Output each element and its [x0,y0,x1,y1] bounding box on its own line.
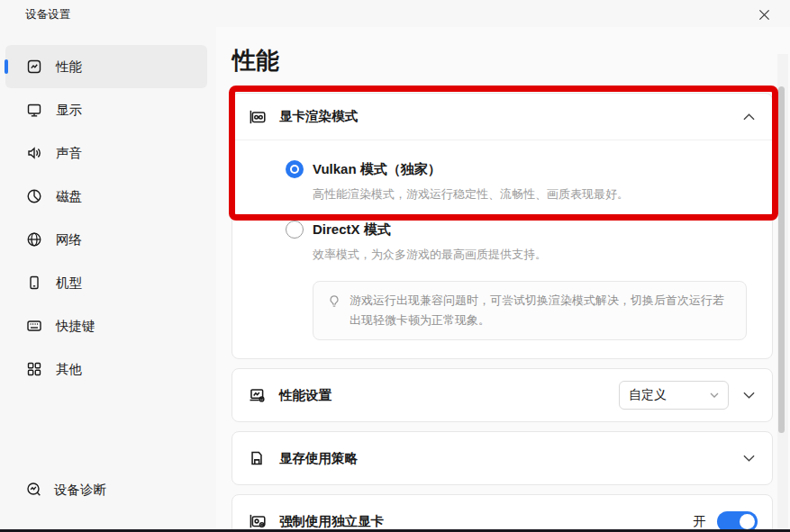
vulkan-radio[interactable] [286,160,304,178]
sidebar-nav: 性能 显示 声音 磁盘 [5,45,207,391]
select-chevron-icon [710,392,719,398]
close-button[interactable] [750,3,777,26]
chevron-down-icon [743,392,755,399]
render-option-directx: DirectX 模式 效率模式，为众多游戏的最高画质提供支持。 [232,221,772,263]
sidebar-item-sound[interactable]: 声音 [5,131,207,175]
directx-radio[interactable] [286,221,304,239]
directx-description: 效率模式，为众多游戏的最高画质提供支持。 [313,247,547,263]
globe-icon [25,230,43,248]
grid-icon [25,360,43,378]
close-icon [758,9,770,21]
directx-label[interactable]: DirectX 模式 [313,221,547,239]
collapse-button[interactable] [740,108,758,126]
window-title: 设备设置 [25,7,70,23]
sidebar-item-performance[interactable]: 性能 [5,45,207,88]
toggle-state-label: 开 [694,513,707,530]
sidebar-item-disk[interactable]: 磁盘 [5,175,207,218]
sidebar: 性能 显示 声音 磁盘 [0,27,216,532]
vulkan-label[interactable]: Vulkan 模式（独家） [313,160,629,178]
sidebar-item-label: 其他 [56,361,82,378]
sidebar-item-label: 显示 [56,102,82,119]
titlebar: 设备设置 [0,0,790,27]
speaker-icon [25,144,43,162]
render-option-vulkan: Vulkan 模式（独家） 高性能渲染模式，游戏运行稳定性、流畅性、画质表现最好… [232,160,772,203]
expand-button[interactable] [740,386,758,404]
section-render-mode: 显卡渲染模式 Vulkan 模式（独家） 高性能渲染模式，游戏运行稳定性、流畅性… [232,93,773,359]
vram-strategy-title: 显存使用策略 [279,450,358,467]
sidebar-item-label: 性能 [56,59,82,76]
compatibility-tip: 游戏运行出现兼容问题时，可尝试切换渲染模式解决，切换后首次运行若出现轻微卡顿为正… [313,281,747,340]
performance-mode-select[interactable]: 自定义 [619,381,729,410]
lightbulb-icon [326,293,342,310]
sidebar-item-label: 网络 [56,231,82,248]
device-icon [25,274,43,292]
sidebar-item-label: 快捷键 [56,318,95,335]
compatibility-tip-text: 游戏运行出现兼容问题时，可尝试切换渲染模式解决，切换后首次运行若出现轻微卡顿为正… [350,291,733,330]
section-performance-settings: 性能设置 自定义 [232,368,773,422]
sidebar-item-model[interactable]: 机型 [5,261,207,304]
render-mode-title: 显卡渲染模式 [279,108,358,125]
laptop-gear-icon [247,385,267,405]
chevron-down-icon [743,455,755,462]
sidebar-item-network[interactable]: 网络 [5,218,207,261]
disk-pie-icon [25,187,43,205]
sidebar-item-label: 磁盘 [56,188,82,205]
chevron-up-icon [743,113,755,121]
sidebar-item-display[interactable]: 显示 [5,88,207,131]
display-icon [25,101,43,119]
performance-settings-title: 性能设置 [279,387,331,404]
diagnostics-icon [25,481,43,499]
vulkan-description: 高性能渲染模式，游戏运行稳定性、流畅性、画质表现最好。 [313,186,629,203]
expand-button[interactable] [740,449,758,467]
section-vram-strategy: 显存使用策略 [232,431,773,485]
sidebar-item-label: 设备诊断 [54,482,106,499]
main-content: 性能 显卡渲染模式 Vulkan 模式（独家） 高性能渲染模式，游戏运行稳定性、… [216,27,790,532]
scrollbar-thumb[interactable] [778,86,785,433]
device-settings-window: 设备设置 性能 显示 声音 [0,0,790,532]
floppy-icon [247,448,267,468]
gpu-gear-icon [247,511,267,531]
keyboard-icon [25,317,43,335]
sidebar-item-label: 机型 [56,275,82,292]
sidebar-item-other[interactable]: 其他 [5,347,207,391]
sidebar-item-diagnostics[interactable]: 设备诊断 [25,481,106,499]
page-title: 性能 [232,45,279,77]
scrollbar-track[interactable] [777,54,788,532]
selected-value: 自定义 [629,387,710,403]
render-mode-header[interactable]: 显卡渲染模式 [232,94,772,140]
force-dgpu-title: 强制使用独立显卡 [279,513,384,530]
sidebar-item-shortcuts[interactable]: 快捷键 [5,304,207,347]
performance-chart-icon [25,58,43,76]
section-force-dgpu: 强制使用独立显卡 开 [232,494,773,532]
sidebar-item-label: 声音 [56,145,82,162]
gpu-card-icon [247,107,267,127]
